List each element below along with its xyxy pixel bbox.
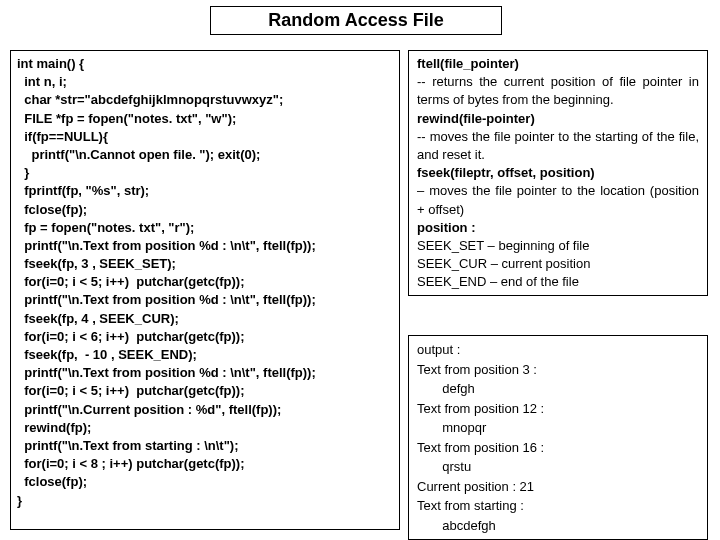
seek-end: SEEK_END – end of the file: [417, 273, 699, 291]
output-panel: output : Text from position 3 : defgh Te…: [408, 335, 708, 540]
seek-cur: SEEK_CUR – current position: [417, 255, 699, 273]
rewind-header: rewind(file-pointer): [417, 111, 535, 126]
position-header: position :: [417, 220, 476, 235]
title-box: Random Access File: [210, 6, 502, 35]
code-panel: int main() { int n, i; char *str="abcdef…: [10, 50, 400, 530]
code-content: int main() { int n, i; char *str="abcdef…: [17, 56, 316, 508]
page-title: Random Access File: [268, 10, 443, 30]
ftell-header: ftell(file_pointer): [417, 56, 519, 71]
reference-panel: ftell(file_pointer) -- returns the curre…: [408, 50, 708, 296]
seek-set: SEEK_SET – beginning of file: [417, 237, 699, 255]
ftell-desc: -- returns the current position of file …: [417, 73, 699, 109]
fseek-desc: – moves the file pointer to the location…: [417, 182, 699, 218]
fseek-header: fseek(fileptr, offset, position): [417, 165, 595, 180]
rewind-desc: -- moves the file pointer to the startin…: [417, 128, 699, 164]
output-content: output : Text from position 3 : defgh Te…: [417, 342, 544, 533]
